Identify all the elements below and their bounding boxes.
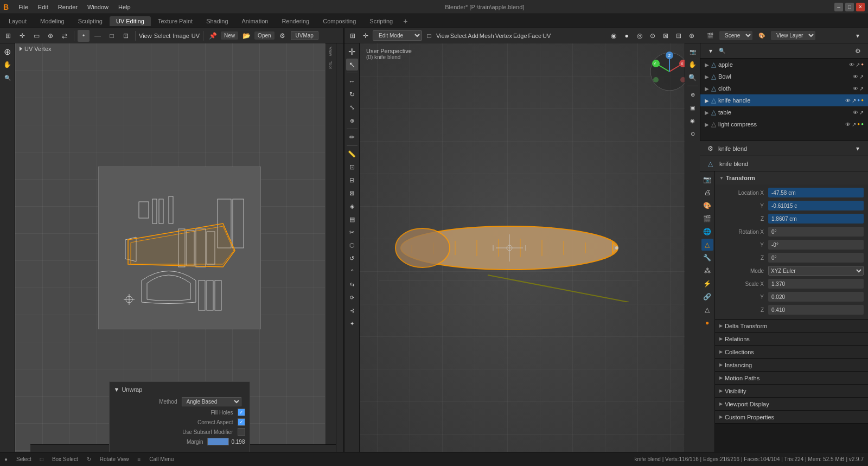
outliner-knife-handle[interactable]: ▶ △ knife handle 👁 ↗ ● ● <box>700 94 868 106</box>
view-layer-select[interactable]: View Layer <box>771 31 815 40</box>
method-select[interactable]: Angle Based Conformal <box>182 397 241 406</box>
vp-poly-build-tool[interactable]: ⬡ <box>346 239 358 251</box>
props-object-icon[interactable]: △ <box>701 239 713 251</box>
vp-smooth-tool[interactable]: ⌃ <box>346 265 358 277</box>
tab-rendering[interactable]: Rendering <box>275 16 316 26</box>
vp-uv-menu[interactable]: UV <box>542 33 551 39</box>
uv-canvas[interactable]: UV Vertex <box>15 43 343 452</box>
menu-render[interactable]: Render <box>54 3 82 11</box>
props-render-icon[interactable]: 📷 <box>701 174 713 186</box>
tab-compositing[interactable]: Compositing <box>316 16 362 26</box>
mode-select[interactable]: XYZ Euler <box>768 266 864 276</box>
props-filter-icon[interactable]: ▾ <box>852 143 864 155</box>
folder-icon[interactable]: 📂 <box>240 30 252 42</box>
uv-cursor-tool[interactable]: ✛ <box>16 30 28 42</box>
props-physics-icon[interactable]: ⚡ <box>701 278 713 290</box>
delta-transform-section[interactable]: ▶ Delta Transform <box>715 320 868 333</box>
minimize-button[interactable]: – <box>834 3 843 11</box>
location-x-value[interactable]: -47.58 cm <box>768 188 864 197</box>
outliner-bowl[interactable]: ▶ △ Bowl 👁 ↗ <box>700 71 868 82</box>
vp-add-menu[interactable]: Add <box>468 33 478 39</box>
vp-viewport-shading[interactable]: □ <box>423 30 435 42</box>
uv-pin-icon[interactable]: 📌 <box>207 30 219 42</box>
vp-spin-tool[interactable]: ↺ <box>346 252 358 264</box>
scale-y-value[interactable]: 0.020 <box>768 292 864 302</box>
visibility-section[interactable]: ▶ Visibility <box>715 385 868 398</box>
vp-annotate-tool[interactable]: ✏ <box>346 131 358 143</box>
layer-icon[interactable]: 🎨 <box>756 30 768 42</box>
vp-shading-render[interactable]: ⊙ <box>647 30 659 42</box>
vp-local-btn[interactable]: ⊕ <box>687 88 699 100</box>
motion-paths-section[interactable]: ▶ Motion Paths <box>715 372 868 385</box>
uv-options-icon[interactable]: ⊕ <box>44 30 56 42</box>
uv-image-menu[interactable]: Image <box>173 33 189 39</box>
vp-move-tool[interactable]: ↔ <box>346 75 358 87</box>
vp-zoom-btn[interactable]: 🔍 <box>687 72 699 84</box>
props-data-icon[interactable]: △ <box>701 304 713 316</box>
viewport-display-section[interactable]: ▶ Viewport Display <box>715 398 868 411</box>
correct-aspect-checkbox[interactable] <box>238 418 245 426</box>
vp-editor-type-icon[interactable]: ⊞ <box>347 30 359 42</box>
uv-uv-menu[interactable]: UV <box>192 33 200 39</box>
vp-shading-wire[interactable]: ◉ <box>608 30 620 42</box>
vp-loop-cut-tool[interactable]: ▤ <box>346 213 358 225</box>
uv-view-menu[interactable]: View <box>139 33 152 39</box>
vp-knife-tool[interactable]: ✂ <box>346 226 358 238</box>
uv-select-box-tool[interactable]: ▭ <box>30 30 42 42</box>
new-image-button[interactable]: New <box>221 31 238 40</box>
vp-add-cube-tool[interactable]: ⊡ <box>346 161 358 173</box>
props-editor-icon[interactable]: ⚙ <box>704 143 716 155</box>
vp-view-cam-btn[interactable]: 📷 <box>687 46 699 58</box>
vp-select-menu[interactable]: Select <box>450 33 467 39</box>
unwrap-title[interactable]: ▼ Unwrap <box>114 386 245 393</box>
props-constraints-icon[interactable]: 🔗 <box>701 291 713 303</box>
uv-scrollbar-v[interactable] <box>336 43 343 452</box>
viewport-canvas[interactable]: ✛ ↖ ↔ ↻ ⤡ ⊕ ✏ 📏 ⊡ ⊟ ⊠ ◈ ▤ ✂ ⬡ ↺ ⌃ ⇆ <box>344 43 700 452</box>
editor-type-icon[interactable]: ⊞ <box>2 30 14 42</box>
uv-face-mode[interactable]: □ <box>106 30 118 42</box>
uv-options2-icon[interactable]: ⚙ <box>277 30 289 42</box>
tab-modeling[interactable]: Modeling <box>34 16 71 26</box>
uv-zoom-tool[interactable]: 🔍 <box>2 72 14 84</box>
props-material-icon[interactable]: ● <box>701 317 713 329</box>
tool-strip-tool[interactable]: Tool <box>325 59 337 71</box>
vp-edge-slide-tool[interactable]: ⇆ <box>346 278 358 290</box>
custom-properties-section[interactable]: ▶ Custom Properties <box>715 411 868 424</box>
maximize-button[interactable]: □ <box>845 3 854 11</box>
vp-overlay[interactable]: ⊟ <box>673 30 685 42</box>
vp-shading-solid[interactable]: ● <box>621 30 633 42</box>
props-world-icon[interactable]: 🌐 <box>701 226 713 238</box>
uv-cursor-select[interactable]: ⊕ <box>2 46 14 58</box>
vp-select-tool[interactable]: ↖ <box>346 59 358 71</box>
props-output-icon[interactable]: 🖨 <box>701 187 713 199</box>
tab-uv-editing[interactable]: UV Editing <box>110 16 151 26</box>
location-z-value[interactable]: 1.8607 cm <box>768 214 864 224</box>
outliner-filter-icon[interactable]: ▾ <box>705 45 717 57</box>
tab-shading[interactable]: Shading <box>200 16 234 26</box>
tab-layout[interactable]: Layout <box>2 16 33 26</box>
margin-value-bar[interactable]: 0.198 <box>207 438 245 445</box>
vp-pan-btn[interactable]: ✋ <box>687 59 699 71</box>
vp-vertex-menu[interactable]: Vertex <box>495 33 512 39</box>
vp-collection-btn[interactable]: ◉ <box>687 114 699 126</box>
vp-transform-tool[interactable]: ⊕ <box>346 114 358 126</box>
rotation-x-value[interactable]: 0° <box>768 227 864 237</box>
outliner-cloth[interactable]: ▶ △ cloth 👁 ↗ <box>700 82 868 94</box>
tab-scripting[interactable]: Scripting <box>363 16 399 26</box>
menu-window[interactable]: Window <box>83 3 113 11</box>
vp-rotate-tool[interactable]: ↻ <box>346 88 358 100</box>
uv-island-mode[interactable]: ⊡ <box>120 30 132 42</box>
collections-section[interactable]: ▶ Collections <box>715 346 868 359</box>
rotation-y-value[interactable]: -0° <box>768 240 864 250</box>
relations-section[interactable]: ▶ Relations <box>715 333 868 346</box>
vp-render-region-btn[interactable]: ▣ <box>687 101 699 113</box>
vp-rip-tool[interactable]: ✦ <box>346 317 358 329</box>
vp-inset-tool[interactable]: ⊠ <box>346 187 358 199</box>
uv-sync-icon[interactable]: ⇄ <box>59 30 71 42</box>
expand-icon[interactable] <box>20 47 22 51</box>
vp-face-menu[interactable]: Face <box>528 33 541 39</box>
tab-sculpting[interactable]: Sculpting <box>72 16 109 26</box>
tab-texture-paint[interactable]: Texture Paint <box>151 16 199 26</box>
vp-xray[interactable]: ⊠ <box>660 30 672 42</box>
method-value[interactable]: Angle Based Conformal <box>182 397 245 406</box>
